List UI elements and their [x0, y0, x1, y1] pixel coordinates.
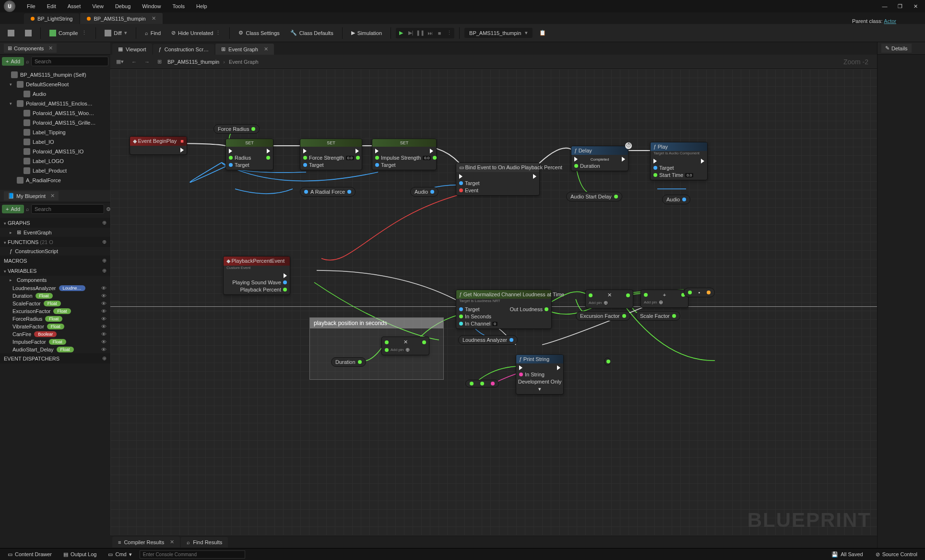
menu-help[interactable]: Help — [191, 1, 212, 11]
exec-in-pin[interactable] — [574, 157, 578, 162]
variable-row[interactable]: ExcurisonFactorFloat👁 — [0, 307, 110, 315]
exec-out-pin[interactable] — [284, 273, 287, 278]
input-pin[interactable] — [589, 293, 593, 297]
target-pin[interactable] — [459, 181, 463, 185]
comment-title[interactable]: playback position in seconds — [310, 318, 443, 328]
node-reroute-2[interactable] — [465, 380, 499, 387]
addpin-icon[interactable]: ⊕ — [659, 299, 663, 305]
eventgraph-tab[interactable]: ⊞Event Graph✕ — [215, 44, 274, 55]
pin[interactable] — [688, 291, 692, 294]
input-pin[interactable] — [375, 156, 379, 160]
node-event-beginplay[interactable]: ◆ Event BeginPlay ■ — [130, 136, 187, 155]
details-panel-tab[interactable]: ✎ Details — [881, 44, 912, 53]
menu-debug[interactable]: Debug — [110, 1, 135, 11]
add-component-button[interactable]: +Add — [2, 57, 24, 66]
pin[interactable] — [606, 360, 610, 363]
pause-button[interactable]: ❚❚ — [416, 29, 425, 37]
exec-out-pin[interactable] — [622, 157, 625, 162]
tree-item[interactable]: BP_AMS115_thumpin (Self) — [0, 70, 110, 80]
output-pin[interactable] — [545, 307, 548, 311]
eventgraph-item[interactable]: ▸⊞EventGraph — [0, 228, 110, 237]
viewport-tab[interactable]: ▦Viewport — [112, 44, 152, 55]
output-pin[interactable] — [266, 156, 270, 160]
component-search-input[interactable] — [31, 57, 108, 66]
pin[interactable] — [491, 382, 495, 385]
node-var-scale[interactable]: Scale Factor — [636, 311, 680, 321]
add-macro-icon[interactable]: ⊕ — [102, 257, 107, 264]
instring-pin[interactable] — [519, 373, 523, 376]
exec-in-pin[interactable] — [229, 149, 232, 153]
visibility-eye-icon[interactable]: 👁 — [101, 308, 107, 314]
variable-row[interactable]: VibrateFactorFloat👁 — [0, 323, 110, 330]
pin[interactable] — [470, 382, 474, 385]
compile-button[interactable]: Compile⋮ — [46, 27, 91, 39]
variable-row[interactable]: CanFireBoolear👁 — [0, 330, 110, 338]
variables-section[interactable]: ▾ VARIABLES⊕ — [0, 266, 110, 276]
simulation-button[interactable]: ▶Simulation — [347, 27, 386, 38]
input-pin[interactable] — [385, 348, 389, 352]
add-blueprint-button[interactable]: +Add — [2, 205, 24, 213]
visibility-eye-icon[interactable]: 👁 — [101, 347, 107, 352]
node-loudness[interactable]: ƒ Get Normalized Channel Loudness at Tim… — [456, 290, 552, 329]
source-control-button[interactable]: ⊘Source Control — [872, 550, 921, 559]
tree-item[interactable]: Audio — [0, 89, 110, 99]
node-set-radius[interactable]: SET Radius Target — [225, 139, 273, 170]
tree-item[interactable]: Polaroid_AMS115_Woo… — [0, 108, 110, 118]
file-tab-thumpin[interactable]: BP_AMS115_thumpin ✕ — [80, 13, 162, 24]
find-button[interactable]: ⌕Find — [141, 28, 165, 38]
output-pin[interactable] — [433, 156, 437, 160]
menu-view[interactable]: View — [87, 1, 108, 11]
close-panel-icon[interactable]: ✕ — [50, 193, 55, 199]
minimize-button[interactable]: — — [879, 2, 890, 11]
breadcrumb-asset[interactable]: BP_AMS115_thumpin — [167, 59, 219, 65]
input-pin[interactable] — [459, 322, 463, 326]
variable-row[interactable]: LoudnessAnalyzerLoudne…👁 — [0, 284, 110, 292]
output-pin[interactable] — [251, 127, 255, 131]
close-tab-icon[interactable]: ✕ — [170, 539, 174, 545]
class-settings-button[interactable]: ⚙Class Settings — [235, 27, 283, 38]
addpin-icon[interactable]: ⊕ — [405, 347, 410, 353]
close-tab-icon[interactable]: ✕ — [264, 46, 268, 52]
input-pin[interactable] — [644, 293, 648, 297]
exec-out-pin[interactable] — [180, 148, 184, 152]
target-pin[interactable] — [375, 163, 379, 167]
add-function-icon[interactable]: ⊕ — [102, 239, 107, 245]
nav-back-button[interactable]: ← — [130, 58, 139, 66]
output-pin[interactable] — [510, 338, 513, 342]
tree-item[interactable]: ▾DefaultSceneRoot — [0, 80, 110, 89]
visibility-eye-icon[interactable]: 👁 — [101, 331, 107, 337]
constructionscript-item[interactable]: ƒConstructionScript — [0, 247, 110, 256]
variable-row[interactable]: ImpulseFactorFloat👁 — [0, 338, 110, 346]
output-pin[interactable] — [672, 314, 676, 318]
hide-unrelated-button[interactable]: ⊘Hide Unrelated⋮ — [167, 27, 225, 38]
add-graph-icon[interactable]: ⊕ — [102, 220, 107, 226]
file-tab-lightstring[interactable]: BP_LightString — [24, 13, 79, 24]
menu-file[interactable]: File — [22, 1, 40, 11]
tree-item[interactable]: Polaroid_AMS115_IO — [0, 147, 110, 156]
output-pin[interactable] — [622, 314, 626, 318]
node-var-loudnessanalyzer[interactable]: Loudness Analyzer — [458, 335, 518, 345]
components-panel-tab[interactable]: ⊞ Components ✕ — [4, 44, 57, 53]
graphs-section[interactable]: ▾ GRAPHS⊕ — [0, 218, 110, 228]
tree-item[interactable]: ▾Polaroid_AMS115_Enclos… — [0, 99, 110, 108]
pin[interactable] — [304, 190, 308, 194]
node-delay[interactable]: ƒ Delay⏱ Completed Duration — [571, 146, 629, 171]
visibility-eye-icon[interactable]: 👁 — [101, 293, 107, 299]
construction-tab[interactable]: ƒConstruction Scr… — [153, 44, 214, 55]
menu-window[interactable]: Window — [137, 1, 166, 11]
play-button[interactable]: ▶ — [397, 29, 405, 37]
tree-item[interactable]: Polaroid_AMS115_Grille… — [0, 118, 110, 128]
close-button[interactable]: ✕ — [910, 2, 921, 11]
visibility-eye-icon[interactable]: 👁 — [101, 339, 107, 345]
menu-tools[interactable]: Tools — [167, 1, 190, 11]
tree-item[interactable]: Label_LOGO — [0, 156, 110, 166]
console-input[interactable] — [140, 550, 245, 559]
close-tab-icon[interactable]: ✕ — [152, 15, 156, 22]
blueprint-search-input[interactable] — [31, 204, 104, 214]
output-pin[interactable] — [347, 190, 351, 194]
macros-section[interactable]: MACROS⊕ — [0, 256, 110, 266]
add-variable-icon[interactable]: ⊕ — [102, 268, 107, 274]
tree-item[interactable]: A_RadialForce — [0, 175, 110, 185]
visibility-eye-icon[interactable]: 👁 — [101, 324, 107, 329]
stop-button[interactable]: ■ — [435, 29, 444, 37]
